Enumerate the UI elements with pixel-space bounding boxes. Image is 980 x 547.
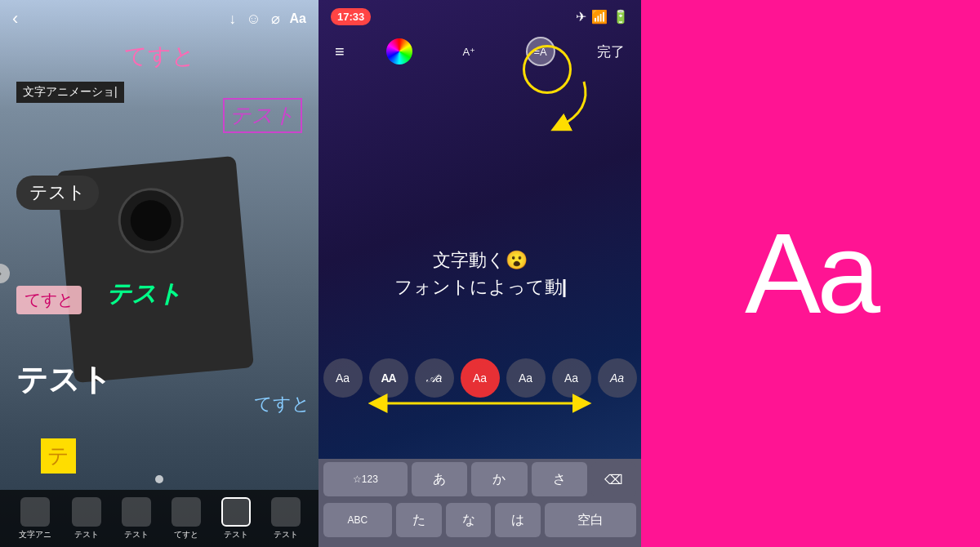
bottom-item-1[interactable]: 文字アニ bbox=[19, 497, 51, 540]
bottom-label-4: てすと bbox=[174, 529, 198, 540]
text-test-green: テスト bbox=[106, 278, 182, 311]
keyboard-bottom-padding bbox=[318, 540, 641, 547]
camera-lens bbox=[115, 185, 186, 256]
font-thin-label: Aa bbox=[519, 371, 532, 385]
key-a[interactable]: あ bbox=[412, 462, 467, 496]
delete-icon: ⌫ bbox=[604, 472, 623, 487]
main-text-line2: フォントによって動 bbox=[394, 274, 565, 300]
keyboard-row-2: ABC た な は 空白 bbox=[318, 500, 641, 540]
bottom-icon-6 bbox=[271, 497, 301, 527]
bottom-icon-3 bbox=[122, 497, 151, 527]
key-ka-label: か bbox=[492, 471, 506, 488]
font-active-label: Aa bbox=[473, 371, 487, 385]
bottom-item-2[interactable]: テスト bbox=[72, 497, 101, 540]
left-phone-content: ‹ ↓ ☺ ⌀ Aa てすと 文字アニメーショ| テスト テスト てすと テスト… bbox=[0, 0, 318, 547]
key-ta-label: た bbox=[412, 512, 425, 529]
font-size-label: A⁺ bbox=[462, 46, 475, 58]
text-test-dark-bg: テスト bbox=[16, 176, 99, 210]
link-icon[interactable]: ⌀ bbox=[271, 10, 280, 28]
bottom-item-6[interactable]: テスト bbox=[271, 497, 301, 540]
bottom-icon-4 bbox=[172, 497, 201, 527]
bottom-label-2: テスト bbox=[74, 529, 99, 540]
left-phone: ‹ ↓ ☺ ⌀ Aa てすと 文字アニメーショ| テスト テスト てすと テスト… bbox=[0, 0, 318, 547]
key-abc-label: ABC bbox=[348, 514, 368, 526]
key-ta[interactable]: た bbox=[396, 503, 442, 537]
font-italic-label: Aa bbox=[610, 371, 624, 385]
bottom-label-1: 文字アニ bbox=[19, 529, 51, 540]
bottom-icon-5-active bbox=[221, 497, 251, 527]
bottom-item-3[interactable]: テスト bbox=[122, 497, 151, 540]
key-ka[interactable]: か bbox=[471, 462, 527, 496]
center-main-text: 文字動く😮 フォントによって動 bbox=[394, 247, 565, 300]
text-tesuto-top: てすと bbox=[124, 41, 195, 72]
color-wheel-button[interactable] bbox=[386, 38, 412, 64]
key-abc[interactable]: ABC bbox=[323, 503, 392, 537]
status-time: 17:33 bbox=[331, 8, 371, 25]
big-aa-display: Aa bbox=[745, 207, 876, 340]
bottom-label-6: テスト bbox=[274, 529, 298, 540]
menu-icon[interactable]: ≡ bbox=[335, 42, 345, 61]
left-top-nav: ‹ ↓ ☺ ⌀ Aa bbox=[0, 8, 318, 29]
download-icon[interactable]: ↓ bbox=[229, 11, 236, 28]
main-text-line1: 文字動く😮 bbox=[394, 247, 565, 274]
font-rounded-label: Aa bbox=[564, 371, 578, 385]
font-aa-button[interactable]: Aa bbox=[290, 11, 306, 26]
keyboard-row-1: ☆123 あ か さ ⌫ bbox=[318, 459, 641, 500]
bottom-item-4[interactable]: てすと bbox=[172, 497, 201, 540]
key-num[interactable]: ☆123 bbox=[323, 462, 408, 496]
text-animation-box: 文字アニメーショ| bbox=[16, 82, 124, 103]
center-toolbar: ≡ A⁺ =A 完了 bbox=[318, 37, 641, 66]
font-serif-label: Aa bbox=[336, 371, 350, 385]
bottom-icon-1 bbox=[20, 497, 50, 527]
key-delete[interactable]: ⌫ bbox=[591, 462, 636, 496]
back-icon[interactable]: ‹ bbox=[12, 8, 18, 29]
key-num-label: ☆123 bbox=[353, 474, 378, 485]
bottom-icon-2 bbox=[72, 497, 101, 527]
key-sa[interactable]: さ bbox=[532, 462, 587, 496]
text-test-outline: テスト bbox=[223, 98, 302, 133]
key-a-label: あ bbox=[433, 471, 446, 488]
text-tesuto-pink-bg: てすと bbox=[16, 286, 82, 314]
text-tesuto-blue: てすと bbox=[254, 392, 310, 416]
status-right-icons: ✈ 📶 🔋 bbox=[576, 9, 629, 24]
swipe-arrow-annotation bbox=[343, 389, 617, 420]
yellow-curved-arrow bbox=[535, 78, 600, 143]
status-bar: 17:33 ✈ 📶 🔋 bbox=[318, 0, 641, 33]
battery-icon: 🔋 bbox=[612, 9, 629, 24]
center-phone: 17:33 ✈ 📶 🔋 ≡ A⁺ =A 完了 文字動く😮 フォントによって動 bbox=[318, 0, 641, 547]
scroll-indicator bbox=[155, 475, 163, 483]
wifi-icon: 📶 bbox=[591, 9, 608, 24]
key-space[interactable]: 空白 bbox=[545, 503, 636, 537]
text-cursor bbox=[563, 279, 565, 297]
bottom-label-3: テスト bbox=[124, 529, 149, 540]
swipe-arrow-svg bbox=[343, 389, 617, 417]
key-na-label: な bbox=[462, 512, 475, 529]
airplane-icon: ✈ bbox=[576, 9, 586, 24]
keyboard-area: ☆123 あ か さ ⌫ ABC た な は 空白 bbox=[318, 459, 641, 547]
key-ha[interactable]: は bbox=[495, 503, 541, 537]
font-bold-label: AA bbox=[381, 371, 395, 385]
sticker-icon[interactable]: ☺ bbox=[246, 11, 261, 28]
nav-icons: ↓ ☺ ⌀ Aa bbox=[229, 10, 306, 28]
key-ha-label: は bbox=[511, 512, 524, 529]
left-bottom-bar: 文字アニ テスト テスト てすと テスト テスト bbox=[0, 490, 318, 547]
bottom-item-5[interactable]: テスト bbox=[221, 497, 251, 540]
text-test-white-big: テスト bbox=[16, 359, 112, 401]
bottom-label-5: テスト bbox=[224, 529, 248, 540]
key-space-label: 空白 bbox=[577, 512, 604, 529]
done-button[interactable]: 完了 bbox=[597, 42, 625, 61]
font-script-label: 𝒜a bbox=[426, 371, 443, 385]
key-na[interactable]: な bbox=[446, 503, 492, 537]
right-section: Aa bbox=[641, 0, 980, 547]
text-te-yellow: テ bbox=[41, 438, 76, 474]
font-size-button[interactable]: A⁺ bbox=[454, 37, 483, 66]
key-sa-label: さ bbox=[553, 471, 566, 488]
